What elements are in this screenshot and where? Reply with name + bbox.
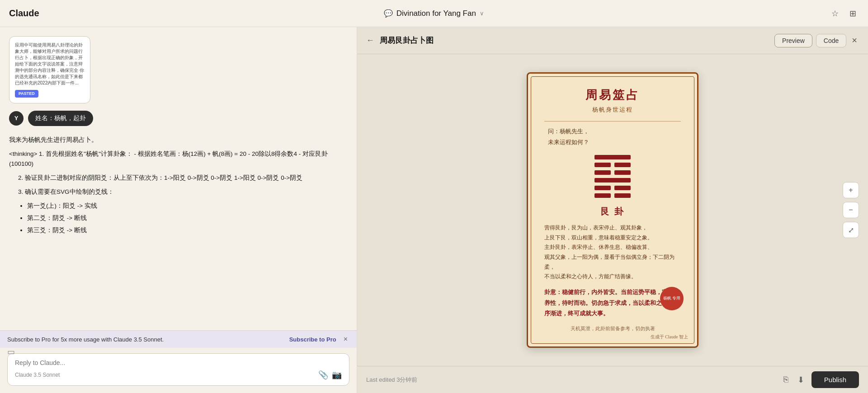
copy-button[interactable]: ⎘ <box>782 373 790 386</box>
pasted-content-card: 应用中可能使用周易八卦理论的卦象大师，能够对用户所求的问题行行占卜，根据出现正确… <box>9 36 90 103</box>
preview-close-button[interactable]: × <box>850 33 859 47</box>
hex-line-6 <box>594 193 631 198</box>
hex-line-5 <box>594 185 631 191</box>
question-label: 问： <box>548 128 560 135</box>
hex-line-broken-left-5 <box>594 186 611 190</box>
ai-step3-item-1: 第一爻(上)：阳爻 -> 实线 <box>27 201 348 211</box>
preview-tab-button[interactable]: Preview <box>774 34 812 47</box>
preview-content: 周易筮占 杨帆身世运程 问：杨帆先生， 未来运程如何？ <box>357 54 868 366</box>
ai-step1: <thinking> 1. 首先根据姓名"杨帆"计算卦象： - 根据姓名笔画：杨… <box>9 149 348 170</box>
preview-footer-left: Last edited 3分钟前 <box>366 376 417 384</box>
user-message: Y 姓名：杨帆，起卦 <box>9 111 348 126</box>
preview-title: 周易艮卦占卜图 <box>380 35 434 46</box>
chat-input-icons: 📎 📷 <box>318 370 342 380</box>
divination-card: 周易筮占 杨帆身世运程 问：杨帆先生， 未来运程如何？ <box>527 72 698 347</box>
card-judgment: 卦意：稳健前行，内外皆安。当前运势平稳，宜修身养性，待时而动。切勿急于求成，当以… <box>544 287 681 319</box>
preview-footer: Last edited 3分钟前 ⎘ ⬇ Publish <box>357 366 868 393</box>
ai-intro: 我来为杨帆先生进行周易占卜。 <box>9 135 348 145</box>
pasted-text-content: 应用中可能使用周易八卦理论的卦象大师，能够对用户所求的问题行行占卜，根据出现正确… <box>15 42 84 85</box>
thinking-label: <thinking> <box>9 150 37 157</box>
last-edited-label: Last edited <box>366 376 395 383</box>
favorite-button[interactable]: ☆ <box>829 6 841 21</box>
chat-input[interactable] <box>15 359 342 366</box>
card-seal: 杨帆 专用 <box>660 287 684 310</box>
zoom-in-button[interactable]: + <box>843 182 859 198</box>
card-desc: 营得艮卦，艮为山，表宋停止、观其卦象， 上艮下艮，双山相重，意味着稳重安定之象。… <box>544 223 681 282</box>
dropdown-arrow-icon[interactable]: ∨ <box>480 10 484 17</box>
camera-button[interactable]: 📷 <box>332 370 342 380</box>
chat-messages: 应用中可能使用周易八卦理论的卦象大师，能够对用户所求的问题行行占卜，根据出现正确… <box>0 27 357 330</box>
notification-close-button[interactable]: × <box>342 335 349 343</box>
hex-line-3 <box>594 170 631 175</box>
hex-line-broken-right-2 <box>614 163 631 167</box>
chat-icon: 💬 <box>384 9 393 18</box>
chat-input-footer: Claude 3.5 Sonnet 📎 📷 <box>15 370 342 380</box>
chat-input-box: Claude 3.5 Sonnet 📎 📷 <box>7 353 349 386</box>
ai-step3-item-3: 第三爻：阴爻 -> 断线 <box>27 225 348 236</box>
preview-header-left: ← 周易艮卦占卜图 <box>366 35 434 46</box>
card-generated: 生成于 Claude 智上 <box>651 334 688 340</box>
main-content: 应用中可能使用周易八卦理论的卦象大师，能够对用户所求的问题行行占卜，根据出现正确… <box>0 27 868 393</box>
hex-line-1 <box>594 154 631 160</box>
chat-panel: 应用中可能使用周易八卦理论的卦象大师，能够对用户所求的问题行行占卜，根据出现正确… <box>0 27 357 393</box>
question-name: 杨帆先生， <box>560 128 589 135</box>
hexagram-name: 艮 卦 <box>544 206 681 218</box>
preview-panel: ← 周易艮卦占卜图 Preview Code × 周易筮占 杨帆身世运程 问：杨… <box>357 27 868 393</box>
app-header: Claude 💬 Divination for Yang Fan ∨ ☆ ⊞ <box>0 0 868 27</box>
card-subtitle: 杨帆身世运程 <box>544 106 681 114</box>
subscribe-button[interactable]: Subscribe to Pro <box>289 336 336 343</box>
question-text: 未来运程如何？ <box>548 139 589 145</box>
header-actions: ☆ ⊞ <box>829 6 859 21</box>
settings-button[interactable]: ⊞ <box>847 6 859 21</box>
notification-bar: Subscribe to Pro for 5x more usage with … <box>0 330 357 348</box>
code-tab-button[interactable]: Code <box>816 34 846 47</box>
pasted-badge: PASTED <box>15 90 38 98</box>
preview-footer-right: ⎘ ⬇ Publish <box>782 371 859 388</box>
ai-response: 我来为杨帆先生进行周易占卜。 <thinking> 1. 首先根据姓名"杨帆"计… <box>9 133 348 242</box>
card-footer-text: 天机莫泄，此卦前留备参考，切勿执著 <box>544 325 681 333</box>
user-bubble: 姓名：杨帆，起卦 <box>28 111 93 126</box>
hex-line-2 <box>594 162 631 168</box>
hex-line-broken-left-3 <box>594 170 611 175</box>
card-question: 问：杨帆先生， 未来运程如何？ <box>544 126 681 147</box>
chat-input-area: Claude 3.5 Sonnet 📎 📷 <box>0 348 357 393</box>
publish-button[interactable]: Publish <box>811 371 859 388</box>
ai-step2: 2. 验证艮卦二进制对应的阴阳爻：从上至下依次为：1->阳爻 0->阴爻 0->… <box>18 173 348 183</box>
zoom-out-button[interactable]: − <box>843 202 859 218</box>
hex-line-broken-right-6 <box>614 193 631 198</box>
preview-back-button[interactable]: ← <box>366 36 374 45</box>
card-title: 周易筮占 <box>544 87 681 103</box>
ai-step3-label: 3. 确认需要在SVG中绘制的爻线： <box>18 187 348 197</box>
hex-line-solid-4 <box>594 178 631 182</box>
last-edited-time: 3分钟前 <box>396 376 417 383</box>
expand-button[interactable]: ⤢ <box>843 222 859 238</box>
seal-text: 杨帆 专用 <box>663 296 680 301</box>
preview-toolbar: + − ⤢ <box>843 182 859 238</box>
header-title-area: 💬 Divination for Yang Fan ∨ <box>384 9 484 18</box>
hexagram-container <box>544 154 681 198</box>
hex-line-broken-left-2 <box>594 163 611 167</box>
ai-step3-list: 第一爻(上)：阳爻 -> 实线 第二爻：阴爻 -> 断线 第三爻：阴爻 -> 断… <box>18 201 348 236</box>
hex-line-4 <box>594 178 631 183</box>
hex-line-broken-left-6 <box>594 193 611 198</box>
preview-header-right: Preview Code × <box>774 33 859 47</box>
preview-header: ← 周易艮卦占卜图 Preview Code × <box>357 27 868 54</box>
hex-line-broken-right-3 <box>614 170 631 175</box>
app-logo: Claude <box>9 8 39 19</box>
attach-button[interactable]: 📎 <box>318 370 328 380</box>
model-label: Claude 3.5 Sonnet <box>15 372 60 378</box>
ai-step3-item-2: 第二爻：阴爻 -> 断线 <box>27 213 348 224</box>
notification-text: Subscribe to Pro for 5x more usage with … <box>7 336 164 343</box>
user-avatar: Y <box>9 111 24 126</box>
hex-line-broken-right-5 <box>614 186 631 190</box>
sidebar-toggle-button[interactable]: ▭ <box>7 347 15 357</box>
hex-line-solid-1 <box>594 155 631 159</box>
download-button[interactable]: ⬇ <box>796 373 806 387</box>
conversation-title: Divination for Yang Fan <box>396 9 476 18</box>
